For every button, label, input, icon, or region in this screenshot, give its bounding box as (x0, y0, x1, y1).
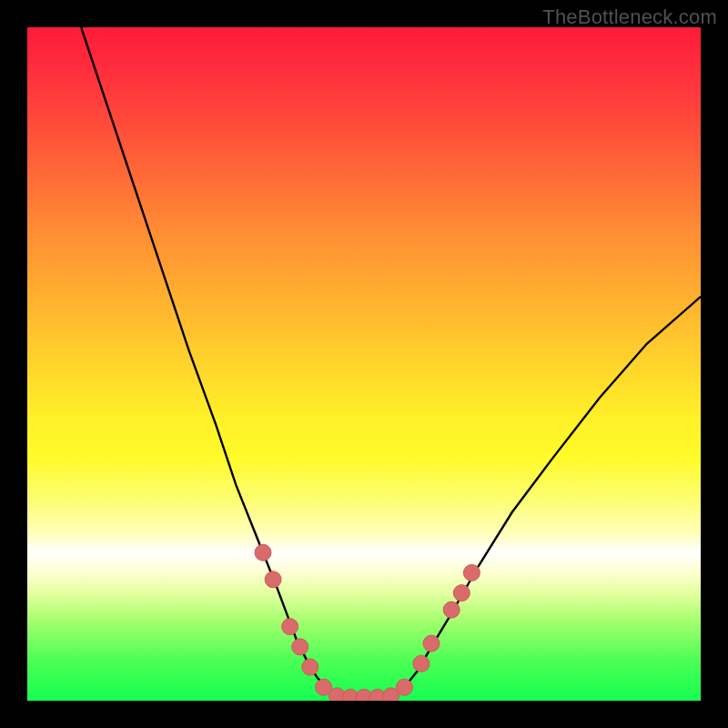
curve-marker (463, 564, 480, 581)
plot-area (27, 27, 701, 701)
curve-marker (265, 571, 281, 588)
curve-marker (423, 635, 440, 652)
curve-marker (453, 585, 470, 602)
curve-marker (443, 602, 460, 618)
curve-layer (27, 27, 701, 701)
bottleneck-curve (81, 27, 701, 697)
curve-marker (413, 655, 430, 672)
curve-marker (282, 619, 298, 635)
curve-marker (255, 544, 271, 561)
curve-marker (396, 679, 412, 695)
watermark-text: TheBottleneck.com (542, 5, 717, 29)
chart-frame: TheBottleneck.com (0, 0, 728, 728)
curve-marker (292, 639, 308, 655)
curve-marker (302, 659, 318, 675)
